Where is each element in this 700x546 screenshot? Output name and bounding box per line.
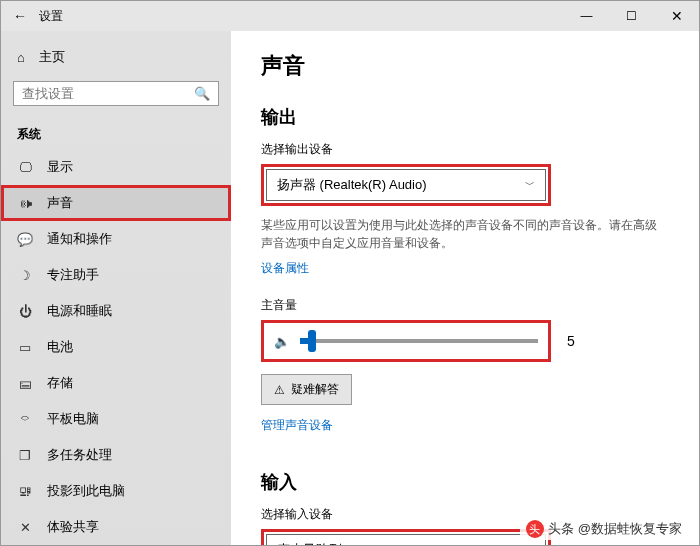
sidebar-item-tablet[interactable]: ⌔ 平板电脑 [1,401,231,437]
volume-value: 5 [567,333,575,349]
sidebar-item-label: 声音 [47,194,73,212]
home-label: 主页 [39,48,65,66]
watermark-handle: @数据蛙恢复专家 [578,520,682,538]
watermark: 头 头条 @数据蛙恢复专家 [520,518,688,540]
input-device-value: 麦克风阵列 (Realtek(R) Audio) [277,541,453,545]
sidebar-item-label: 平板电脑 [47,410,99,428]
focus-icon: ☽ [17,268,33,283]
sidebar: ⌂ 主页 🔍 系统 🖵 显示 🕪 声音 💬 通知和操作 ☽ [1,31,231,545]
sidebar-item-shared[interactable]: ✕ 体验共享 [1,509,231,545]
volume-slider[interactable]: 🔈 [266,325,546,357]
troubleshoot-button[interactable]: ⚠ 疑难解答 [261,374,352,405]
output-device-properties-link[interactable]: 设备属性 [261,260,309,277]
slider-track[interactable] [300,339,538,343]
speaker-icon: 🔈 [274,334,290,349]
sidebar-item-label: 电池 [47,338,73,356]
sidebar-item-battery[interactable]: ▭ 电池 [1,329,231,365]
multitask-icon: ❐ [17,448,33,463]
shared-icon: ✕ [17,520,33,535]
storage-icon: 🖴 [17,376,33,391]
sidebar-item-label: 投影到此电脑 [47,482,125,500]
output-device-value: 扬声器 (Realtek(R) Audio) [277,176,427,194]
sound-icon: 🕪 [17,196,33,211]
search-icon: 🔍 [194,86,210,101]
slider-thumb[interactable] [308,330,316,352]
output-heading: 输出 [261,105,669,129]
search-box[interactable]: 🔍 [13,81,219,106]
minimize-button[interactable]: ― [564,1,609,31]
chevron-down-icon: ﹀ [525,178,535,192]
back-button[interactable]: ← [13,8,27,24]
sidebar-item-sound[interactable]: 🕪 声音 [1,185,231,221]
section-label: 系统 [1,118,231,149]
watermark-icon: 头 [526,520,544,538]
troubleshoot-label: 疑难解答 [291,381,339,398]
titlebar: ← 设置 ― ☐ ✕ [1,1,699,31]
sidebar-item-display[interactable]: 🖵 显示 [1,149,231,185]
sidebar-item-label: 电源和睡眠 [47,302,112,320]
page-title: 声音 [261,51,669,81]
highlight-output-dropdown: 扬声器 (Realtek(R) Audio) ﹀ [261,164,551,206]
chevron-down-icon: ﹀ [525,543,535,545]
master-volume-label: 主音量 [261,297,669,314]
maximize-button[interactable]: ☐ [609,1,654,31]
highlight-input-dropdown: 麦克风阵列 (Realtek(R) Audio) ﹀ [261,529,551,545]
display-icon: 🖵 [17,160,33,175]
sidebar-item-notifications[interactable]: 💬 通知和操作 [1,221,231,257]
window-title: 设置 [39,8,63,25]
settings-window: ← 设置 ― ☐ ✕ ⌂ 主页 🔍 系统 🖵 显示 🕪 [0,0,700,546]
search-input[interactable] [22,86,194,101]
output-select-label: 选择输出设备 [261,141,669,158]
input-device-dropdown[interactable]: 麦克风阵列 (Realtek(R) Audio) ﹀ [266,534,546,545]
output-hint: 某些应用可以设置为使用与此处选择的声音设备不同的声音设备。请在高级声音选项中自定… [261,216,661,252]
power-icon: ⏻ [17,304,33,319]
notifications-icon: 💬 [17,232,33,247]
sidebar-item-label: 多任务处理 [47,446,112,464]
manage-sound-devices-link[interactable]: 管理声音设备 [261,417,333,434]
sidebar-item-label: 显示 [47,158,73,176]
sidebar-item-projecting[interactable]: 🖳 投影到此电脑 [1,473,231,509]
highlight-volume-slider: 🔈 [261,320,551,362]
home-icon: ⌂ [17,50,25,65]
sidebar-item-label: 通知和操作 [47,230,112,248]
projecting-icon: 🖳 [17,484,33,499]
sidebar-item-power[interactable]: ⏻ 电源和睡眠 [1,293,231,329]
warning-icon: ⚠ [274,383,285,397]
window-controls: ― ☐ ✕ [564,1,699,31]
sidebar-item-label: 体验共享 [47,518,99,536]
sidebar-item-multitask[interactable]: ❐ 多任务处理 [1,437,231,473]
tablet-icon: ⌔ [17,412,33,427]
input-heading: 输入 [261,470,669,494]
battery-icon: ▭ [17,340,33,355]
sidebar-item-focus[interactable]: ☽ 专注助手 [1,257,231,293]
close-button[interactable]: ✕ [654,1,699,31]
sidebar-item-label: 专注助手 [47,266,99,284]
home-nav[interactable]: ⌂ 主页 [1,39,231,75]
content-area: 声音 输出 选择输出设备 扬声器 (Realtek(R) Audio) ﹀ 某些… [231,31,699,545]
sidebar-item-storage[interactable]: 🖴 存储 [1,365,231,401]
output-device-dropdown[interactable]: 扬声器 (Realtek(R) Audio) ﹀ [266,169,546,201]
watermark-brand: 头条 [548,520,574,538]
sidebar-item-label: 存储 [47,374,73,392]
